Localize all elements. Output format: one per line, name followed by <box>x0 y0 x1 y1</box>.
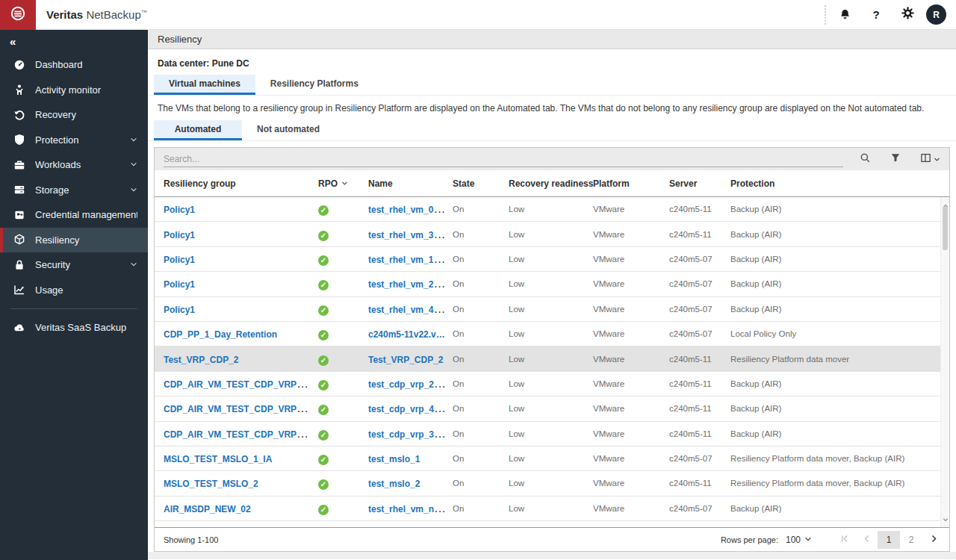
sidebar-item-protection[interactable]: Protection <box>0 128 148 153</box>
resiliency-group-link[interactable]: CDP_PP_1_Day_Retention <box>164 329 277 340</box>
settings-button[interactable] <box>892 0 923 30</box>
table-row[interactable]: Policy1✓test_rhel_vm_1_cdOnLowVMwarec240… <box>155 247 949 272</box>
col-header-protection[interactable]: Protection <box>730 178 940 189</box>
sidebar-item-label: Veritas SaaS Backup <box>35 322 137 333</box>
tab-automated[interactable]: Automated <box>154 120 242 140</box>
next-page-button[interactable] <box>922 531 945 549</box>
sidebar-item-resiliency[interactable]: Resiliency <box>0 228 148 253</box>
server-cell: c240m5-11 <box>669 404 730 413</box>
table-row[interactable]: MSLO_TEST_MSLO_1_IA✓test_mslo_1OnLowVMwa… <box>155 447 949 471</box>
sidebar-item-usage[interactable]: Usage <box>0 278 148 303</box>
page-button-1[interactable]: 1 <box>878 531 900 549</box>
vertical-scrollbar[interactable] <box>940 197 949 527</box>
resiliency-group-link[interactable]: CDP_AIR_VM_TEST_CDP_VRP_2_CD <box>164 377 318 390</box>
resiliency-group-link[interactable]: Policy1 <box>164 305 195 315</box>
rpo-cell: ✓ <box>318 277 368 290</box>
chevron-left-icon <box>862 534 872 546</box>
protection-cell: Resiliency Platform data mover, Backup (… <box>730 454 940 463</box>
col-header-name[interactable]: Name <box>368 178 453 189</box>
sidebar-item-credential-management[interactable]: Credential management <box>0 202 148 228</box>
col-header-state[interactable]: State <box>453 178 509 189</box>
vm-name-link[interactable]: test_mslo_2 <box>368 479 420 489</box>
search-input[interactable] <box>164 152 843 167</box>
col-header-server[interactable]: Server <box>669 178 730 189</box>
vm-name-link[interactable]: test_mslo_1 <box>368 454 420 464</box>
col-header-platform[interactable]: Platform <box>593 178 669 189</box>
sidebar-item-veritas-saas-backup[interactable]: Veritas SaaS Backup <box>0 315 148 340</box>
table-row[interactable]: Test_VRP_CDP_2✓Test_VRP_CDP_2OnLowVMware… <box>155 346 949 371</box>
bell-icon <box>839 7 851 22</box>
sidebar-saas-slot: Veritas SaaS Backup <box>0 315 148 340</box>
sidebar-nav: DashboardActivity monitorRecoveryProtect… <box>0 52 148 302</box>
recovery-readiness-cell: Low <box>509 255 593 264</box>
tab-virtual-machines[interactable]: Virtual machines <box>154 75 255 95</box>
resiliency-group-link[interactable]: MSLO_TEST_MSLO_1_IA <box>164 454 272 464</box>
col-header-recovery-readiness[interactable]: Recovery readiness i <box>509 178 593 189</box>
tab-not-automated[interactable]: Not automated <box>242 120 335 140</box>
user-avatar[interactable]: R <box>926 4 946 25</box>
vm-name-link[interactable]: test_rhel_vm_0_cd <box>368 202 449 215</box>
table-row[interactable]: MSLO_TEST_MSLO_2✓test_mslo_2OnLowVMwarec… <box>155 471 949 496</box>
veritas-logo[interactable] <box>0 0 36 30</box>
notifications-button[interactable] <box>829 0 860 30</box>
toolbar-icons <box>860 152 940 167</box>
first-page-button[interactable] <box>833 531 855 549</box>
vm-name-link[interactable]: test_rhel_vm_3_cd <box>368 228 449 240</box>
collapse-sidebar-icon[interactable]: « <box>10 35 16 48</box>
sidebar-item-security[interactable]: Security <box>0 252 148 278</box>
vm-name-link[interactable]: test_cdp_vrp_3_cd <box>368 427 450 440</box>
page-button-2[interactable]: 2 <box>900 531 922 549</box>
resiliency-group-link[interactable]: Policy1 <box>164 230 195 240</box>
table-row[interactable]: CDP_AIR_VM_TEST_CDP_VRP_4_CD✓test_cdp_vr… <box>155 396 949 421</box>
table-row[interactable]: Policy1✓test_rhel_vm_3_cdOnLowVMwarec240… <box>155 222 949 246</box>
rpo-cell: ✓ <box>318 202 368 216</box>
table-row[interactable]: CDP_PP_1_Day_Retention✓c240m5-11v22.v…On… <box>155 322 949 346</box>
sidebar-item-activity-monitor[interactable]: Activity monitor <box>0 78 148 103</box>
sidebar-item-label: Security <box>35 259 120 270</box>
sidebar-item-recovery[interactable]: Recovery <box>0 102 148 128</box>
vm-name-link[interactable]: test_cdp_vrp_4_cd <box>368 402 450 414</box>
vm-name-link[interactable]: test_rhel_vm_4_cd <box>368 302 449 315</box>
platform-cell: VMware <box>593 305 669 314</box>
sidebar-item-label: Recovery <box>35 109 137 120</box>
table-row[interactable]: CDP_AIR_VM_TEST_CDP_VRP_2_CD✓test_cdp_vr… <box>155 372 949 396</box>
table-footer: Showing 1-100 Rows per page: 100 <box>155 527 949 551</box>
previous-page-button[interactable] <box>855 531 878 549</box>
table-row-partial[interactable]: ✓test_… <box>155 521 949 527</box>
vm-name-link[interactable]: Test_VRP_CDP_2 <box>368 355 444 365</box>
resiliency-group-link[interactable]: CDP_AIR_VM_TEST_CDP_VRP_3_CD <box>164 427 318 440</box>
col-header-rpo[interactable]: RPO <box>318 178 368 189</box>
search-button[interactable] <box>860 152 871 167</box>
scrollbar-thumb[interactable] <box>943 207 948 250</box>
rows-per-page-select[interactable]: 100 <box>786 535 812 545</box>
filter-button[interactable] <box>890 152 901 166</box>
vm-name-link[interactable]: test_rhel_vm_1_cd <box>368 252 449 265</box>
scroll-down-icon[interactable] <box>943 512 949 526</box>
help-button[interactable]: ? <box>860 0 892 30</box>
col-header-resiliency-group[interactable]: Resiliency group <box>155 178 318 189</box>
table-row[interactable]: Policy1✓test_rhel_vm_4_cdOnLowVMwarec240… <box>155 297 949 322</box>
resiliency-group-link[interactable]: Test_VRP_CDP_2 <box>164 355 239 365</box>
tab-resiliency-platforms[interactable]: Resiliency Platforms <box>255 75 373 95</box>
table-row[interactable]: Policy1✓test_rhel_vm_0_cdOnLowVMwarec240… <box>155 197 949 222</box>
vm-name-link[interactable]: test_rhel_vm_ne… <box>368 502 448 514</box>
column-settings-button[interactable] <box>920 152 940 167</box>
rpo-cell: ✓ <box>318 252 368 266</box>
resiliency-group-link[interactable]: Policy1 <box>164 205 195 215</box>
sidebar-item-workloads[interactable]: Workloads <box>0 152 148 178</box>
table-row[interactable]: AIR_MSDP_NEW_02✓test_rhel_vm_ne…OnLowVMw… <box>155 497 949 521</box>
resiliency-group-link[interactable]: MSLO_TEST_MSLO_2 <box>164 479 258 489</box>
resiliency-group-link[interactable]: Policy1 <box>164 255 195 265</box>
table-row[interactable]: Policy1✓test_rhel_vm_2_cdOnLowVMwarec240… <box>155 272 949 296</box>
table-row[interactable]: CDP_AIR_VM_TEST_CDP_VRP_3_CD✓test_cdp_vr… <box>155 422 949 447</box>
storage-icon <box>13 184 25 196</box>
vm-name-link[interactable]: test_rhel_vm_2_cd <box>368 277 449 290</box>
vm-name-link[interactable]: test_cdp_vrp_2_cd <box>368 377 450 390</box>
resiliency-group-link[interactable]: AIR_MSDP_NEW_02 <box>164 504 251 514</box>
sidebar-item-dashboard[interactable]: Dashboard <box>0 52 148 78</box>
sidebar-item-storage[interactable]: Storage <box>0 178 148 203</box>
resiliency-group-link[interactable]: Policy1 <box>164 279 195 290</box>
vm-name-link[interactable]: c240m5-11v22.v… <box>368 329 445 340</box>
credential-management-icon <box>13 209 25 221</box>
resiliency-group-link[interactable]: CDP_AIR_VM_TEST_CDP_VRP_4_CD <box>164 402 318 414</box>
